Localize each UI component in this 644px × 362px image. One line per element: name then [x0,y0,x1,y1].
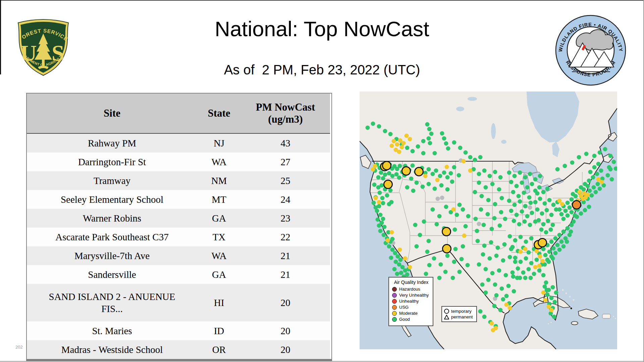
good-monitor-dot [598,187,602,191]
permanent-triangle-icon [444,315,449,319]
good-monitor-dot [513,256,518,260]
good-monitor-dot [431,207,435,212]
table-row: Marysville-7th AveWA21 [27,246,330,265]
good-monitor-dot [484,267,488,272]
good-monitor-dot [575,215,579,219]
top-site-moderate-marker [384,180,392,189]
good-monitor-dot [577,155,581,160]
good-monitor-dot [592,165,597,170]
window-border-top [0,0,644,1]
top-site-moderate-marker [402,167,411,175]
good-monitor-dot [449,171,453,176]
moderate-monitor-dot [451,207,456,212]
good-monitor-dot [437,214,442,219]
moderate-monitor-dot [405,134,409,138]
good-monitor-dot [427,136,431,141]
good-monitor-dot [599,169,603,173]
site-cell: Marysville-7th Ave [27,246,197,265]
aqi-legend-item: Hazardous [392,287,430,292]
good-monitor-dot [376,175,381,180]
site-cell: Sandersville [27,265,197,284]
good-monitor-dot [486,198,491,202]
moderate-monitor-dot [533,265,538,269]
good-monitor-dot [551,246,556,251]
good-monitor-dot [559,212,564,217]
value-cell: 27 [241,153,330,171]
good-monitor-dot [444,205,448,209]
table-body: Rahway PMNJ43Darrington-Fir StWA27Tramwa… [27,133,330,359]
good-monitor-dot [568,205,572,210]
good-monitor-dot [446,146,450,151]
good-monitor-dot [405,146,410,150]
good-monitor-dot [428,141,432,145]
aqi-legend-item: Moderate [392,311,430,316]
good-monitor-dot [427,127,432,131]
good-monitor-dot [594,190,598,194]
column-header-state: State [197,94,241,133]
good-monitor-dot [424,272,428,276]
moderate-monitor-dot [377,200,381,204]
marker-legend-label: temporary [451,309,472,314]
good-monitor-dot [527,195,532,200]
good-monitor-dot [549,296,554,300]
good-monitor-dot [380,183,384,188]
good-monitor-dot [530,182,534,186]
good-monitor-dot [486,278,491,282]
good-monitor-dot [458,270,462,274]
good-monitor-dot [507,199,512,203]
state-cell: WA [197,246,241,265]
good-monitor-dot [458,203,462,207]
column-header-site: Site [27,94,197,133]
good-monitor-dot [425,250,430,254]
footer-timestamp-partial: 202 [15,345,23,350]
good-monitor-dot [445,187,450,192]
good-monitor-dot [427,263,432,267]
moderate-monitor-dot [543,298,548,302]
good-monitor-dot [587,179,591,183]
good-monitor-dot [452,260,457,264]
good-monitor-dot [553,236,558,241]
good-monitor-dot [512,219,516,223]
good-monitor-dot [529,236,534,241]
aqi-legend-label: Very Unhealthy [399,293,429,298]
moderate-monitor-dot [462,234,467,238]
good-monitor-dot [435,222,439,227]
good-monitor-dot [587,205,591,209]
good-monitor-dot [413,223,418,227]
good-monitor-dot [398,164,402,168]
aqi-color-swatch [392,317,397,322]
moderate-monitor-dot [462,159,466,164]
good-monitor-dot [421,139,426,143]
good-monitor-dot [572,220,576,224]
site-cell: Warner Robins [27,209,197,228]
good-monitor-dot [477,262,481,267]
good-monitor-dot [453,247,458,251]
good-monitor-dot [523,220,527,224]
good-monitor-dot [566,214,570,218]
moderate-monitor-dot [392,139,396,143]
good-monitor-dot [366,126,370,130]
good-monitor-dot [537,185,542,190]
good-monitor-dot [452,140,457,145]
good-monitor-dot [434,169,438,173]
good-monitor-dot [511,190,516,194]
good-monitor-dot [551,256,555,261]
good-monitor-dot [421,185,425,189]
good-monitor-dot [508,255,512,259]
good-monitor-dot [546,219,550,223]
site-cell: Darrington-Fir St [27,153,197,171]
good-monitor-dot [563,164,567,168]
good-monitor-dot [517,222,522,227]
good-monitor-dot [486,212,490,217]
good-monitor-dot [484,185,488,190]
good-monitor-dot [421,151,426,156]
good-monitor-dot [479,207,483,212]
state-cell: HI [197,284,241,321]
moderate-monitor-dot [578,190,582,194]
good-monitor-dot [545,187,550,191]
aqi-legend-label: Unhealthy [399,299,419,304]
good-monitor-dot [405,185,410,190]
table-header-row: Site State PM NowCast (ug/m3) [27,94,330,133]
good-monitor-dot [389,256,393,260]
good-monitor-dot [445,175,450,180]
